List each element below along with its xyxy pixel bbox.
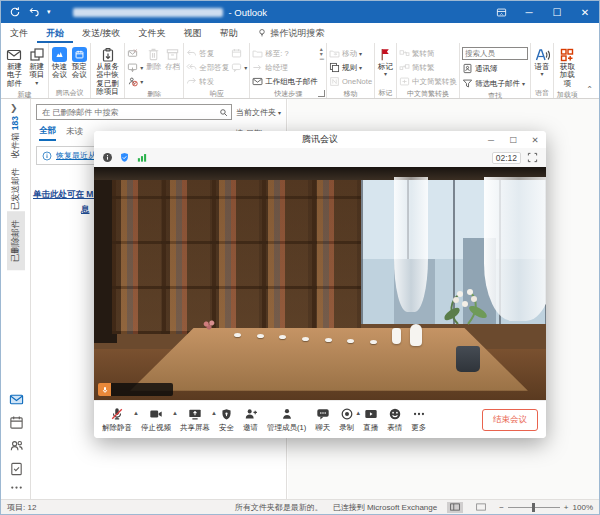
stop-video-button[interactable]: 停止视频▲: [141, 407, 171, 433]
video-options-caret[interactable]: ▲: [172, 410, 178, 416]
quickstep-team-email[interactable]: 工作组电子邮件: [252, 75, 318, 88]
folder-pane-collapsed: ❯ 收件箱 183 已发送邮件 已删除邮件: [1, 99, 31, 499]
live-tv-icon: [364, 407, 378, 422]
quick-meeting-button[interactable]: 快速会议: [51, 45, 69, 81]
tab-unread[interactable]: 未读: [66, 126, 83, 140]
traditional-to-simplified-button: 繁转简: [399, 47, 457, 60]
onenote-button: OneNote: [329, 75, 372, 88]
zoom-slider-handle[interactable]: [532, 503, 535, 512]
follow-up-flag-button[interactable]: 标记 ▾: [377, 45, 394, 79]
read-aloud-button[interactable]: 语音 ▾: [533, 45, 551, 79]
meeting-security-shield-icon[interactable]: [119, 152, 130, 163]
get-addins-button[interactable]: 获取加载项: [556, 45, 578, 89]
nav-tasks-icon[interactable]: [9, 461, 24, 476]
search-people-input[interactable]: [462, 47, 528, 60]
tab-home[interactable]: 开始: [37, 23, 73, 43]
ribbon-group-quick-steps: 移至: ? 给经理 工作组电子邮件 ▴▾═ 快速步骤: [250, 43, 327, 98]
ribbon-tabs: 文件 开始 发送/接收 文件夹 视图 帮助 操作说明搜索: [1, 23, 599, 43]
maximize-button[interactable]: ☐: [543, 1, 571, 23]
share-screen-button[interactable]: 共享屏幕▲: [180, 407, 210, 433]
live-stream-button[interactable]: 直播: [363, 407, 378, 433]
tab-all[interactable]: 全部: [39, 125, 56, 141]
tab-send-receive[interactable]: 发送/接收: [73, 23, 130, 43]
meeting-toolbar: 解除静音▲ 停止视频▲ 共享屏幕▲ 安全 邀请 管理成员(1): [94, 400, 546, 438]
unmute-options-caret[interactable]: ▲: [133, 410, 139, 416]
normal-view-button[interactable]: [447, 502, 463, 513]
quick-steps-dialog-launcher[interactable]: [318, 90, 325, 97]
nav-people-icon[interactable]: [9, 438, 24, 453]
recover-deleted-icon: [100, 46, 116, 63]
share-options-caret[interactable]: ▲: [211, 410, 217, 416]
ribbon-group-find: 通讯簿 筛选电子邮件▾ 查找: [460, 43, 531, 98]
unmute-button[interactable]: 解除静音▲: [102, 407, 132, 433]
zoom-slider[interactable]: [508, 507, 560, 508]
tab-file[interactable]: 文件: [1, 23, 37, 43]
search-box[interactable]: [36, 104, 232, 120]
collapse-ribbon-button[interactable]: ⌃: [580, 43, 599, 98]
ribbon-group-tags: 标记 ▾ 标记: [375, 43, 397, 98]
nav-calendar-icon[interactable]: [9, 415, 24, 430]
junk-button[interactable]: ▾: [127, 75, 143, 88]
address-book-button[interactable]: 通讯簿: [462, 62, 528, 75]
send-receive-icon[interactable]: [9, 6, 21, 18]
tab-folder[interactable]: 文件夹: [130, 23, 175, 43]
redacted-account-name: [73, 8, 223, 17]
quick-steps-scroll[interactable]: ▴▾═: [320, 45, 324, 62]
scene-plant-pot: [456, 346, 480, 372]
fullscreen-icon[interactable]: [527, 152, 538, 163]
new-email-button[interactable]: 新建电子邮件: [3, 45, 26, 89]
ribbon-display-options-button[interactable]: [487, 1, 515, 23]
manage-members-button[interactable]: 管理成员(1): [267, 407, 306, 433]
rules-button[interactable]: 规则▾: [329, 61, 372, 74]
muted-mic-badge-icon: [98, 383, 111, 396]
recover-deleted-items-button[interactable]: 从服务器中恢复已删除项目: [93, 45, 122, 97]
emoji-button[interactable]: 表情: [387, 407, 402, 433]
meeting-maximize-button[interactable]: ☐: [502, 131, 524, 148]
record-button[interactable]: 录制▲: [339, 407, 354, 433]
speech-icon: [534, 46, 550, 63]
nav-mail-icon[interactable]: [9, 392, 24, 407]
folder-sent-items[interactable]: 已发送邮件: [7, 160, 25, 219]
tab-help[interactable]: 帮助: [211, 23, 247, 43]
ribbon-group-respond: 答复 全部答复 转发 ▾ 响应: [184, 43, 250, 98]
participant-name-badge: [98, 383, 173, 396]
qat-customize-icon[interactable]: ▾: [47, 8, 51, 16]
cleanup-button: ▾: [127, 61, 143, 74]
tab-view[interactable]: 视图: [175, 23, 211, 43]
folder-deleted-items[interactable]: 已删除邮件: [7, 212, 25, 271]
new-items-button[interactable]: 新建项目 ▾: [28, 45, 46, 87]
meeting-close-button[interactable]: ✕: [524, 131, 546, 148]
search-input[interactable]: [40, 107, 219, 118]
tell-me-search[interactable]: 操作说明搜索: [247, 27, 325, 40]
im-button: ▾: [231, 61, 247, 74]
search-scope-dropdown[interactable]: 当前文件夹▾: [236, 107, 281, 118]
schedule-meeting-button[interactable]: 预定会议: [70, 45, 88, 81]
reading-view-button[interactable]: [473, 502, 489, 513]
minimize-button[interactable]: ─: [515, 1, 543, 23]
meeting-title-bar[interactable]: 腾讯会议 ─ ☐ ✕: [94, 131, 546, 148]
end-meeting-button[interactable]: 结束会议: [482, 409, 538, 431]
close-button[interactable]: ✕: [571, 1, 599, 23]
ribbon-group-delete: ▾ ▾ 删除 存档 删除: [125, 43, 184, 98]
filter-email-button[interactable]: 筛选电子邮件▾: [462, 77, 528, 90]
folder-inbox[interactable]: 收件箱 183: [7, 108, 25, 166]
window-controls: ─ ☐ ✕: [487, 1, 599, 23]
security-button[interactable]: 安全: [219, 407, 234, 433]
scene-vase: [392, 328, 401, 344]
meeting-info-icon[interactable]: [102, 152, 113, 163]
scene-flowers: [202, 320, 216, 330]
simplified-to-traditional-button: 简转繁: [399, 61, 457, 74]
chat-button[interactable]: 聊天: [315, 407, 330, 433]
more-button[interactable]: 更多: [411, 407, 426, 433]
record-options-caret[interactable]: ▲: [355, 410, 361, 416]
invite-button[interactable]: 邀请: [243, 407, 258, 433]
undo-icon[interactable]: [28, 6, 40, 18]
quick-meeting-icon: [52, 47, 67, 62]
nav-more-icon[interactable]: [9, 480, 24, 495]
meeting-minimize-button[interactable]: ─: [480, 131, 502, 148]
chinese-conversion-button: 中文简繁转换: [399, 75, 457, 88]
archive-button: 存档: [164, 45, 181, 72]
zoom-in-button[interactable]: +: [564, 503, 569, 512]
zoom-out-button[interactable]: −: [499, 503, 504, 512]
network-signal-icon[interactable]: [136, 152, 148, 163]
